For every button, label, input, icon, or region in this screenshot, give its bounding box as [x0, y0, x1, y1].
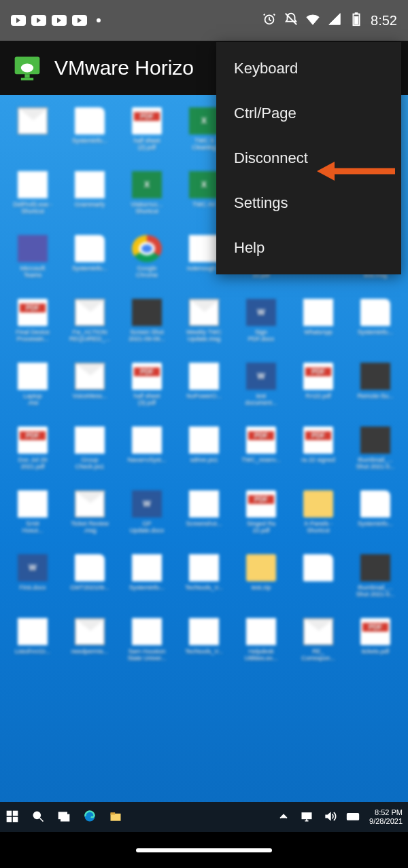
icon-label: Correspon... [301, 655, 335, 662]
desktop-icon[interactable]: Sam HoustonState Univer... [120, 618, 174, 662]
desktop-icon[interactable]: Systeminfo... [120, 554, 174, 598]
icon-label: TWC_reserv... [241, 456, 280, 463]
file-explorer-icon[interactable] [109, 810, 122, 825]
desktop-icon[interactable]: needpermis... [63, 618, 117, 662]
menu-item-ctrlpage[interactable]: Ctrl/Page [216, 91, 401, 136]
menu-item-keyboard[interactable]: Keyboard [216, 46, 401, 91]
menu-item-settings[interactable]: Settings [216, 181, 401, 225]
desktop-icon[interactable]: thumbnail_...Shot 2021-0... [348, 554, 403, 598]
desktop-icon[interactable]: Weekly TWCUpdate.msg [177, 299, 231, 342]
desktop-icon[interactable]: Doc Jul 292021.pdf [5, 427, 60, 470]
search-icon[interactable] [31, 810, 45, 825]
icon-label: RA22.pdf [305, 393, 331, 399]
volume-icon[interactable] [323, 810, 337, 825]
desktop-icon[interactable]: NavarroSyst... [120, 427, 174, 470]
misc-icon [18, 363, 48, 390]
icon-label: Shot 2021-0... [356, 463, 395, 470]
desktop-icon[interactable]: HelpdeskUtilities.ex... [234, 618, 288, 662]
pdf-icon [18, 427, 48, 454]
icon-label: First.docx [19, 584, 46, 591]
desktop-icon[interactable]: Techtools_V... [177, 618, 231, 662]
battery-icon [349, 12, 364, 30]
desktop-icon[interactable]: ListofArcGI... [5, 618, 60, 662]
desktop-icon[interactable]: sdrive.ps1 [177, 427, 231, 470]
desktop-icon[interactable]: Techtools_V... [177, 554, 231, 598]
pdf-icon [303, 363, 333, 390]
desktop-icon[interactable]: VoiceMess... [63, 363, 117, 406]
desktop-icon[interactable]: DelProf2.exe -Shortcut [5, 171, 60, 215]
more-notifications-dot [97, 18, 101, 22]
start-button[interactable] [5, 810, 19, 825]
desktop-icon[interactable]: NoPowerO... [177, 363, 231, 406]
desktop-icon[interactable]: WSignPDF.docx [234, 299, 288, 342]
desktop-icon[interactable]: Screenshot... [177, 490, 231, 534]
desktop-icon[interactable]: tickets.pdf [348, 618, 403, 662]
folder-icon [303, 490, 333, 518]
taskbar-clock[interactable]: 8:52 PM 9/28/2021 [369, 808, 403, 826]
windows-taskbar[interactable]: 8:52 PM 9/28/2021 [0, 802, 408, 832]
desktop-icon[interactable]: TWC_reserv... [234, 427, 288, 470]
menu-item-help[interactable]: Help [216, 225, 401, 270]
svg-rect-15 [61, 815, 69, 821]
desktop-icon[interactable]: MicrosoftTeams [5, 235, 60, 278]
edge-icon[interactable] [83, 810, 97, 825]
network-icon[interactable] [300, 810, 313, 825]
desktop-icon[interactable]: RA22.pdf [291, 363, 345, 406]
icon-label: RE_ [312, 648, 324, 655]
desktop-icon[interactable]: RE_Correspon... [291, 618, 345, 662]
mail-icon [75, 618, 105, 645]
desktop-icon[interactable]: WFirst.docx [5, 554, 60, 598]
desktop-icon[interactable]: WhatsApp [291, 299, 345, 342]
desktop-icon[interactable]: SAMHosut... [5, 490, 60, 534]
desktop-icon[interactable]: GroupCheck.ps1 [63, 427, 117, 470]
desktop-icon[interactable]: GoogleChrome [120, 235, 174, 278]
desktop-icon[interactable]: Final DeviceProcessin... [5, 299, 60, 342]
pdf-icon [246, 490, 276, 518]
cell-signal-icon [327, 12, 342, 30]
desktop-icon[interactable]: X-Panels -Shortcut [291, 490, 345, 534]
desktop-icon[interactable]: half sheet(3).pdf [120, 363, 174, 406]
app-title: VMware Horizo [54, 56, 194, 79]
desktop-icon[interactable]: XVisitorAcc...Shortcut [120, 171, 174, 215]
tray-chevron-icon[interactable] [277, 810, 290, 825]
desktop-icon[interactable]: Remote-Su... [348, 363, 403, 406]
desktop-icon[interactable] [5, 107, 60, 151]
desktop-icon[interactable]: test.zip [234, 554, 288, 598]
desktop-icon[interactable]: GMT202109... [63, 554, 117, 598]
desktop-icon[interactable]: Fw_ACTIONREQUIRED_... [63, 299, 117, 342]
icon-label: Teams [24, 272, 42, 278]
desktop-icon[interactable]: Systeminfo... [348, 490, 403, 534]
xls-icon: X [189, 107, 219, 134]
svg-rect-9 [13, 811, 18, 816]
icon-label: .msi [27, 399, 39, 406]
icon-label: .msg [83, 527, 97, 534]
desktop-icon[interactable]: Wtestdocument... [234, 363, 288, 406]
keyboard-icon[interactable] [346, 810, 360, 825]
desktop-icon[interactable]: half sheet(2).pdf [120, 107, 174, 151]
desktop-icon[interactable]: ra 22 signed [291, 427, 345, 470]
icon-label: Systeminfo... [72, 265, 107, 272]
xls-icon: X [189, 171, 219, 198]
icon-label: Sign [255, 329, 267, 336]
pdf-icon [132, 107, 162, 134]
misc-icon [132, 618, 162, 645]
desktop-icon[interactable]: Ticket Review.msg [63, 490, 117, 534]
desktop-icon[interactable]: Systeminfo... [63, 235, 117, 278]
desktop-icon[interactable]: Systeminfo... [348, 299, 403, 342]
icon-label: GMT202109... [70, 584, 109, 591]
home-pill[interactable] [136, 848, 272, 852]
txt-icon [132, 427, 162, 454]
svg-rect-4 [355, 12, 358, 14]
desktop-icon[interactable]: Systeminfo... [63, 107, 117, 151]
desktop-icon[interactable]: Screen Shot2021-09-09... [120, 299, 174, 342]
desktop-icon[interactable]: Laptop.msi [5, 363, 60, 406]
desktop-icon[interactable]: thumbnail_...Shot 2021-0... [348, 427, 403, 470]
task-view-icon[interactable] [57, 810, 71, 825]
desktop-icon[interactable]: Singed Ra22.pdf [234, 490, 288, 534]
android-gesture-bar[interactable] [0, 832, 408, 868]
desktop-icon[interactable] [291, 554, 345, 598]
icon-label: Techtools_V... [185, 584, 223, 591]
icon-label: PDF.docx [248, 336, 275, 342]
desktop-icon[interactable]: WGPUpdate.docx [120, 490, 174, 534]
desktop-icon[interactable]: Grammarly [63, 171, 117, 215]
